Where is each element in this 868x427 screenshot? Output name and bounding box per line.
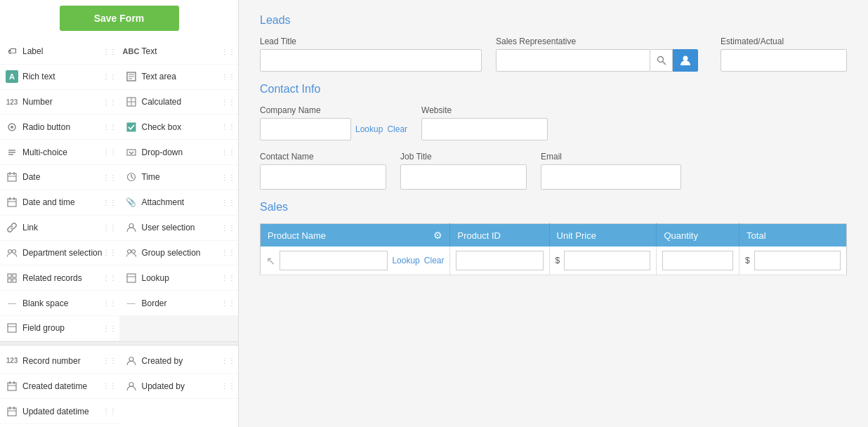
radio-icon <box>6 121 18 133</box>
svg-point-28 <box>127 249 131 253</box>
product-id-cell <box>450 247 549 275</box>
field-item-multi-choice[interactable]: Multi-choice ⋮⋮ <box>0 140 119 165</box>
total-cell-inner: $ <box>745 251 841 270</box>
field-item-created-datetime[interactable]: Created datetime ⋮⋮ <box>0 374 119 399</box>
field-item-checkbox[interactable]: Check box ⋮⋮ <box>119 114 239 140</box>
email-input[interactable] <box>541 164 681 190</box>
field-item-attachment[interactable]: 📎 Attachment ⋮⋮ <box>119 190 239 216</box>
contact-name-input[interactable] <box>260 164 386 190</box>
quantity-cell <box>657 247 739 275</box>
field-item-label[interactable]: 🏷 Label ⋮⋮ <box>0 39 119 65</box>
email-field: Email <box>541 152 681 190</box>
field-item-record-number[interactable]: 123 Record number ⋮⋮ <box>0 349 119 374</box>
contact-name-field: Contact Name <box>260 152 386 190</box>
field-item-datetime[interactable]: Date and time ⋮⋮ <box>0 190 119 216</box>
col-header-id: Product ID <box>450 224 549 247</box>
quantity-input[interactable] <box>662 251 733 270</box>
field-item-lookup[interactable]: Lookup ⋮⋮ <box>119 265 239 291</box>
contact-row-2: Contact Name Job Title Email <box>260 152 847 190</box>
gear-icon[interactable]: ⚙ <box>433 230 442 241</box>
field-item-blank-space[interactable]: — Blank space ⋮⋮ <box>0 291 119 316</box>
sales-title[interactable]: Sales <box>260 201 288 214</box>
leads-title[interactable]: Leads <box>260 14 291 27</box>
field-item-created-by[interactable]: Created by ⋮⋮ <box>119 349 239 374</box>
svg-rect-30 <box>8 274 11 277</box>
field-item-rich-text[interactable]: A Rich text ⋮⋮ <box>0 65 119 90</box>
field-item-number[interactable]: 123 Number ⋮⋮ <box>0 90 119 115</box>
field-item-group-selection[interactable]: Group selection ⋮⋮ <box>119 241 239 266</box>
field-item-dept[interactable]: Department selection ⋮⋮ <box>0 241 119 266</box>
total-dollar: $ <box>745 256 750 265</box>
product-name-input[interactable] <box>280 251 388 270</box>
company-name-input[interactable] <box>260 118 351 140</box>
dept-icon <box>6 247 18 259</box>
field-item-calculated[interactable]: Calculated ⋮⋮ <box>119 90 239 115</box>
svg-rect-33 <box>13 279 16 282</box>
unit-price-input[interactable] <box>564 251 650 270</box>
unit-price-cell: $ <box>549 247 657 275</box>
field-item-dropdown[interactable]: Drop-down ⋮⋮ <box>119 140 239 165</box>
estimated-field: Estimated/Actual <box>721 37 847 72</box>
field-item-radio[interactable]: Radio button ⋮⋮ <box>0 114 119 140</box>
save-form-button[interactable]: Save Form <box>60 6 179 31</box>
col-header-product: Product Name ⚙ <box>261 224 450 247</box>
field-item-user-selection[interactable]: User selection ⋮⋮ <box>119 216 239 241</box>
website-input[interactable] <box>421 118 548 140</box>
drag-handle: ⋮⋮ <box>103 123 117 131</box>
company-clear-link[interactable]: Clear <box>387 124 407 134</box>
drag-handle: ⋮⋮ <box>221 73 235 81</box>
related-records-icon <box>6 272 18 284</box>
field-item-date[interactable]: Date ⋮⋮ <box>0 165 119 190</box>
field-item-updated-by[interactable]: Updated by ⋮⋮ <box>119 374 239 399</box>
sales-rep-search-button[interactable] <box>650 49 673 72</box>
drag-handle: ⋮⋮ <box>103 324 117 332</box>
field-item-border[interactable]: — Border ⋮⋮ <box>119 291 239 316</box>
field-item-text[interactable]: ABC Text ⋮⋮ <box>119 39 239 65</box>
unit-price-dollar: $ <box>555 256 560 265</box>
contact-name-label: Contact Name <box>260 152 386 162</box>
product-id-input[interactable] <box>456 251 543 270</box>
drag-handle: ⋮⋮ <box>103 148 117 156</box>
leads-row: Lead Title Sales Representative Estimate… <box>260 37 847 72</box>
sales-rep-person-button[interactable] <box>673 49 698 72</box>
lead-title-input[interactable] <box>260 49 482 72</box>
text-area-icon <box>125 70 138 83</box>
leads-section: Leads Lead Title Sales Representative <box>260 14 847 72</box>
field-item-text-area[interactable]: Text area ⋮⋮ <box>119 65 239 90</box>
svg-line-49 <box>662 62 666 65</box>
svg-rect-31 <box>13 274 16 277</box>
drag-handle: ⋮⋮ <box>221 224 235 232</box>
product-clear-link[interactable]: Clear <box>424 256 445 265</box>
company-lookup-link[interactable]: Lookup <box>355 124 383 134</box>
svg-rect-44 <box>8 408 16 416</box>
email-label: Email <box>541 152 681 162</box>
field-item-related-records[interactable]: Related records ⋮⋮ <box>0 265 119 291</box>
unit-price-cell-inner: $ <box>555 251 651 270</box>
field-grid: 🏷 Label ⋮⋮ ABC Text ⋮⋮ A Rich text ⋮⋮ Te… <box>0 37 238 427</box>
total-input[interactable] <box>754 251 841 270</box>
field-group-icon <box>6 322 18 334</box>
estimated-input[interactable] <box>721 49 847 72</box>
product-name-cell-inner: ↖ Lookup Clear <box>266 251 444 270</box>
field-item-time[interactable]: Time ⋮⋮ <box>119 165 239 190</box>
datetime-icon <box>6 196 18 209</box>
sales-rep-input[interactable] <box>496 49 650 72</box>
field-item-link[interactable]: Link ⋮⋮ <box>0 216 119 241</box>
time-icon <box>125 171 138 183</box>
contact-info-title[interactable]: Contact Info <box>260 83 320 96</box>
attachment-icon: 📎 <box>125 196 138 209</box>
field-item-updated-datetime[interactable]: Updated datetime ⋮⋮ <box>0 399 119 424</box>
website-label: Website <box>421 105 847 115</box>
drag-handle: ⋮⋮ <box>221 274 235 282</box>
drag-handle: ⋮⋮ <box>221 173 235 181</box>
product-lookup-link[interactable]: Lookup <box>392 256 419 265</box>
svg-point-50 <box>683 56 688 61</box>
col-header-price: Unit Price <box>549 224 657 247</box>
label-icon: 🏷 <box>6 45 18 58</box>
field-item-field-group[interactable]: Field group ⋮⋮ <box>0 316 119 341</box>
drag-handle: ⋮⋮ <box>103 73 117 81</box>
date-icon <box>6 171 18 183</box>
company-name-input-group: Lookup Clear <box>260 118 407 140</box>
job-title-input[interactable] <box>400 164 527 190</box>
record-number-icon: 123 <box>6 355 18 367</box>
